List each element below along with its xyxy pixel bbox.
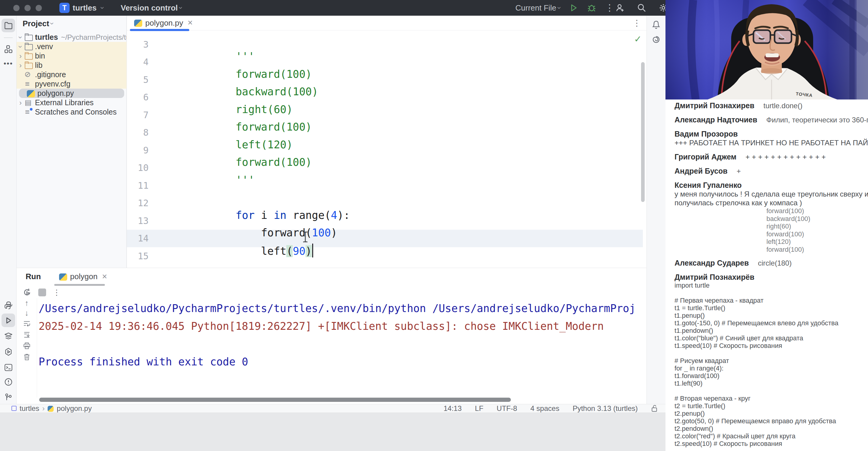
tree-item[interactable]: polygon.py xyxy=(19,89,124,98)
terminal-tool-button[interactable] xyxy=(1,361,15,374)
status-item[interactable]: LF xyxy=(475,404,484,413)
close-window-button[interactable] xyxy=(13,5,20,11)
rerun-button[interactable] xyxy=(23,288,32,297)
tab-options-icon[interactable]: ⋮ xyxy=(632,18,641,28)
project-widget[interactable]: T turtles › xyxy=(59,3,104,13)
project-panel-header[interactable]: Project › xyxy=(17,16,126,31)
tree-item[interactable]: .venv xyxy=(17,42,127,51)
chat-message-line: # Вторая черепаха - круг xyxy=(675,395,865,402)
status-item[interactable]: UTF-8 xyxy=(497,404,517,413)
tree-chevron-icon[interactable] xyxy=(17,98,24,107)
file-type-icon xyxy=(24,98,33,107)
python-packages-tool-button[interactable] xyxy=(1,345,15,358)
file-type-icon xyxy=(24,61,33,69)
run-button[interactable] xyxy=(568,3,579,13)
tree-item[interactable]: Scratches and Consoles xyxy=(17,107,127,117)
vcs-widget[interactable]: Version control › xyxy=(121,3,182,13)
tree-chevron-icon[interactable] xyxy=(17,42,24,51)
desktop-background xyxy=(0,413,665,451)
structure-tool-button[interactable] xyxy=(1,42,15,56)
chat-message: Ксения Гупаленко у меня получилось ! Я с… xyxy=(675,181,865,253)
soft-wrap-button[interactable] xyxy=(23,320,31,327)
stop-button[interactable] xyxy=(38,289,46,296)
run-console-output[interactable]: /Users/andrejseludko/PycharmProjects/tur… xyxy=(38,300,644,371)
chat-author: Дмитрий Познахирёв xyxy=(675,273,754,281)
status-items: 14:13LFUTF-84 spacesPython 3.13 (turtles… xyxy=(444,404,638,413)
tree-chevron-icon[interactable] xyxy=(17,33,24,41)
status-item[interactable]: Python 3.13 (turtles) xyxy=(572,404,638,413)
chat-message-line xyxy=(675,350,865,357)
tree-item-label: .gitignore xyxy=(35,70,66,79)
run-more-options-button[interactable]: ⋮ xyxy=(53,289,61,296)
chat-message-line: +++ РАБОТАЕТ НА ТРИНКЕТ НО НЕ РАБОТАЕТ Н… xyxy=(675,139,865,147)
tree-item[interactable]: .gitignore xyxy=(17,70,127,79)
services-tool-button[interactable] xyxy=(1,329,15,343)
chat-message-line: t1.pendown() xyxy=(675,327,865,334)
readonly-toggle[interactable] xyxy=(651,405,658,412)
chat-message-line: t1.forward(100) xyxy=(675,372,865,380)
chat-message: Андрей Бусов + xyxy=(675,167,865,176)
chat-code-line: right(60) xyxy=(767,222,865,230)
search-everywhere-button[interactable] xyxy=(637,3,647,13)
run-tab-polygon[interactable]: polygon ✕ xyxy=(57,268,110,285)
chat-message-text: +++++++++++++ xyxy=(746,153,828,161)
clear-console-button[interactable] xyxy=(23,353,31,361)
tree-item[interactable]: lib xyxy=(17,61,127,70)
tree-item-label: Scratches and Consoles xyxy=(35,108,117,116)
chat-message-body: import turtle# Первая черепаха - квадрат… xyxy=(675,281,865,451)
chat-message-text: turtle.done() xyxy=(764,101,802,110)
chat-message: Григорий Аджем +++++++++++++ xyxy=(675,153,865,161)
tree-item-label: pyvenv.cfg xyxy=(35,80,70,88)
close-tab-icon[interactable]: ✕ xyxy=(187,19,193,27)
up-stacktrace-button[interactable]: ↑ xyxy=(25,300,29,306)
more-actions-button[interactable]: ⋮ xyxy=(604,3,615,13)
vcs-label: Version control xyxy=(121,3,178,13)
debug-button[interactable] xyxy=(587,3,597,13)
notifications-button[interactable] xyxy=(651,20,661,30)
breadcrumb-project[interactable]: turtles xyxy=(20,404,39,413)
chat-panel[interactable]: Дмитрий Познахирев turtle.done() Алексан… xyxy=(665,99,868,451)
chat-message: Вадим Прозоров +++ РАБОТАЕТ НА ТРИНКЕТ Н… xyxy=(675,130,865,147)
maximize-window-button[interactable] xyxy=(36,5,42,11)
tree-item[interactable]: bin xyxy=(17,51,127,61)
ai-assistant-button[interactable] xyxy=(651,34,661,44)
run-configuration-label: Current File xyxy=(516,3,556,13)
chat-author: Ксения Гупаленко xyxy=(675,181,742,190)
scroll-to-end-button[interactable] xyxy=(23,331,31,338)
status-item[interactable]: 14:13 xyxy=(444,404,462,413)
tree-chevron-icon[interactable] xyxy=(17,52,24,60)
close-run-tab-icon[interactable]: ✕ xyxy=(102,273,107,281)
more-tool-windows-button[interactable]: ••• xyxy=(1,57,15,70)
print-button[interactable] xyxy=(23,342,31,350)
tree-item-label: turtles xyxy=(35,33,58,41)
run-tool-button[interactable] xyxy=(1,313,15,327)
bug-icon xyxy=(587,3,596,12)
code-line[interactable]: 15 xyxy=(127,247,643,265)
chat-code-line: left(120) xyxy=(767,238,865,246)
down-stacktrace-button[interactable]: ↓ xyxy=(25,310,29,316)
chat-message-line: t1.left(90) xyxy=(675,380,865,387)
tree-item[interactable]: External Libraries xyxy=(17,98,127,107)
version-control-tool-button[interactable] xyxy=(1,390,15,404)
tree-item[interactable]: pyvenv.cfg xyxy=(17,79,127,89)
search-icon xyxy=(637,3,647,13)
minimize-window-button[interactable] xyxy=(24,5,31,11)
line-number: 4 xyxy=(127,57,149,67)
status-widgets: 14:13LFUTF-84 spacesPython 3.13 (turtles… xyxy=(444,404,658,413)
problems-tool-button[interactable] xyxy=(1,375,15,389)
tree-item[interactable]: turtles ~/PycharmProjects/turtles xyxy=(17,33,127,42)
chevron-down-icon: › xyxy=(177,7,185,9)
project-tool-button[interactable] xyxy=(1,19,15,32)
chat-message: Дмитрий Познахирёв import turtle# Первая… xyxy=(675,273,865,451)
tree-chevron-icon[interactable] xyxy=(17,61,24,70)
breadcrumb[interactable]: turtles › polygon.py xyxy=(11,404,92,413)
status-item[interactable]: 4 spaces xyxy=(530,404,559,413)
editor-scrollbar[interactable] xyxy=(641,62,645,202)
breadcrumb-file[interactable]: polygon.py xyxy=(57,404,92,413)
console-horizontal-scrollbar[interactable] xyxy=(39,398,511,402)
code-with-me-button[interactable] xyxy=(615,3,625,13)
python-console-tool-button[interactable] xyxy=(1,298,15,312)
run-configuration-selector[interactable]: Current File › xyxy=(516,3,561,13)
code-viewport[interactable]: 3 ''' 4 forward(100) 5 backward(100) 6 xyxy=(127,36,643,265)
window-controls[interactable] xyxy=(13,5,42,11)
